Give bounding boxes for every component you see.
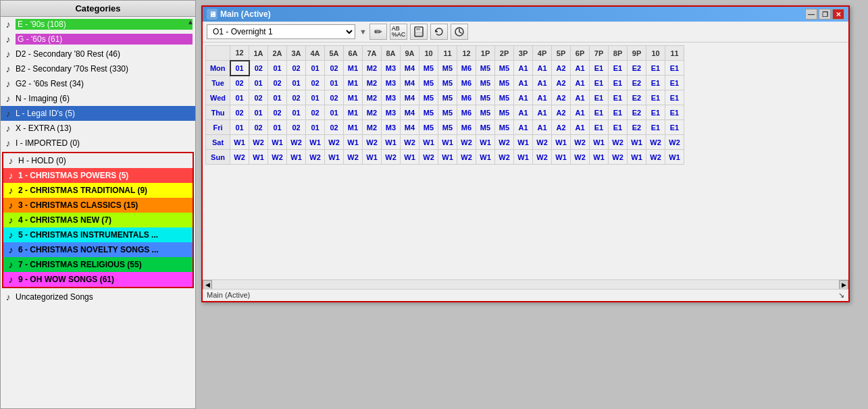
schedule-cell[interactable]: E1	[646, 90, 665, 105]
schedule-cell[interactable]: W2	[646, 150, 665, 165]
schedule-cell[interactable]: W2	[571, 150, 590, 165]
schedule-cell[interactable]: E2	[628, 76, 646, 90]
schedule-cell[interactable]: 01	[287, 76, 306, 90]
restore-button[interactable]: ❐	[819, 9, 831, 20]
schedule-cell[interactable]: E1	[590, 120, 609, 135]
clock-button[interactable]	[451, 24, 468, 40]
schedule-cell[interactable]: W2	[382, 150, 401, 165]
schedule-cell[interactable]: W1	[268, 135, 287, 150]
schedule-cell[interactable]: 02	[325, 120, 344, 135]
schedule-cell[interactable]: 01	[249, 76, 268, 90]
horizontal-scrollbar[interactable]: ◀ ▶	[203, 279, 848, 289]
schedule-cell[interactable]: M5	[495, 76, 514, 90]
schedule-cell[interactable]: M5	[438, 61, 457, 76]
schedule-cell[interactable]: M5	[495, 120, 514, 135]
schedule-cell[interactable]: M5	[476, 105, 495, 120]
schedule-cell[interactable]: E1	[609, 61, 628, 76]
schedule-cell[interactable]: A1	[571, 120, 590, 135]
schedule-cell[interactable]: E1	[590, 90, 609, 105]
close-button[interactable]: ✕	[832, 9, 844, 20]
cat-item-c6[interactable]: ♪ 6 - CHRISTMAS NOVELTY SONGS ...	[3, 242, 193, 257]
cat-item-e90s[interactable]: ♪ E - '90s (108) ▲	[1, 17, 195, 32]
schedule-cell[interactable]: M5	[419, 61, 438, 76]
cat-item-c7[interactable]: ♪ 7 - CHRISTMAS RELIGIOUS (55)	[3, 257, 193, 272]
schedule-cell[interactable]: W2	[287, 135, 306, 150]
schedule-cell[interactable]: E1	[590, 105, 609, 120]
schedule-cell[interactable]: M5	[438, 105, 457, 120]
cat-item-c1[interactable]: ♪ 1 - CHRISTMAS POWERS (5)	[3, 168, 193, 183]
schedule-cell[interactable]: M5	[419, 76, 438, 90]
schedule-cell[interactable]: 01	[230, 120, 249, 135]
schedule-cell[interactable]: E2	[628, 90, 646, 105]
schedule-cell[interactable]: A1	[571, 76, 590, 90]
schedule-cell[interactable]: M3	[382, 61, 401, 76]
schedule-cell[interactable]: 01	[325, 105, 344, 120]
schedule-cell[interactable]: W2	[419, 150, 438, 165]
cat-item-g2[interactable]: ♪ G2 - '60s Rest (34)	[1, 76, 195, 91]
schedule-cell[interactable]: W2	[249, 135, 268, 150]
schedule-cell[interactable]: M5	[476, 61, 495, 76]
schedule-cell[interactable]: 02	[249, 61, 268, 76]
schedule-cell[interactable]: W1	[514, 150, 533, 165]
schedule-cell[interactable]: W2	[230, 150, 249, 165]
scroll-right-arrow[interactable]: ▶	[839, 280, 848, 290]
cat-item-x[interactable]: ♪ X - EXTRA (13)	[1, 121, 195, 136]
schedule-cell[interactable]: M5	[476, 90, 495, 105]
schedule-cell[interactable]: M5	[495, 61, 514, 76]
schedule-cell[interactable]: W1	[363, 150, 382, 165]
cat-item-n[interactable]: ♪ N - Imaging (6)	[1, 91, 195, 106]
schedule-cell[interactable]: A1	[514, 76, 533, 90]
schedule-cell[interactable]: A1	[571, 90, 590, 105]
schedule-dropdown[interactable]: O1 - Overnight 1 O2 - Overnight 2 M1 - M…	[207, 24, 355, 39]
schedule-cell[interactable]: M5	[495, 105, 514, 120]
schedule-cell[interactable]: 01	[287, 105, 306, 120]
schedule-container[interactable]: 12 1A 2A 3A 4A 5A 6A 7A 8A 9A 10 11 12 1…	[203, 43, 848, 279]
schedule-cell[interactable]: M6	[457, 120, 476, 135]
minimize-button[interactable]: —	[805, 9, 817, 20]
schedule-cell[interactable]: M5	[495, 90, 514, 105]
schedule-cell[interactable]: W2	[609, 150, 628, 165]
schedule-cell[interactable]: W1	[344, 135, 363, 150]
schedule-cell[interactable]: E1	[609, 90, 628, 105]
schedule-cell[interactable]: W1	[476, 150, 495, 165]
schedule-cell[interactable]: A1	[533, 105, 552, 120]
schedule-cell[interactable]: 01	[325, 76, 344, 90]
schedule-cell[interactable]: W2	[609, 135, 628, 150]
schedule-cell[interactable]: M3	[382, 90, 401, 105]
schedule-cell[interactable]: A2	[552, 61, 571, 76]
schedule-cell[interactable]: 01	[249, 105, 268, 120]
schedule-cell[interactable]: W1	[287, 150, 306, 165]
schedule-cell[interactable]: W1	[401, 150, 419, 165]
schedule-cell[interactable]: E2	[628, 120, 646, 135]
schedule-cell[interactable]: W2	[533, 150, 552, 165]
schedule-cell[interactable]: W1	[665, 150, 684, 165]
schedule-cell[interactable]: 02	[230, 76, 249, 90]
schedule-cell[interactable]: W1	[438, 150, 457, 165]
schedule-cell[interactable]: E2	[628, 61, 646, 76]
schedule-cell[interactable]: M4	[401, 61, 419, 76]
schedule-cell[interactable]: M4	[401, 90, 419, 105]
schedule-cell[interactable]: M2	[363, 105, 382, 120]
cat-item-c9[interactable]: ♪ 9 - OH WOW SONGS (61)	[3, 272, 193, 287]
schedule-cell[interactable]: E1	[609, 76, 628, 90]
schedule-cell[interactable]: 02	[325, 90, 344, 105]
schedule-cell[interactable]: E1	[590, 61, 609, 76]
scroll-left-arrow[interactable]: ◀	[203, 280, 212, 290]
schedule-cell[interactable]: A1	[571, 105, 590, 120]
schedule-cell[interactable]: W1	[230, 135, 249, 150]
schedule-cell[interactable]: M2	[363, 90, 382, 105]
schedule-cell[interactable]: W1	[249, 150, 268, 165]
schedule-cell[interactable]: E1	[646, 120, 665, 135]
schedule-cell[interactable]: M2	[363, 61, 382, 76]
schedule-cell[interactable]: W2	[495, 135, 514, 150]
schedule-cell[interactable]: M3	[382, 76, 401, 90]
schedule-cell[interactable]: 01	[268, 90, 287, 105]
schedule-cell[interactable]: A2	[552, 90, 571, 105]
schedule-cell[interactable]: 02	[249, 120, 268, 135]
schedule-cell[interactable]: M2	[363, 76, 382, 90]
schedule-cell[interactable]: E1	[609, 120, 628, 135]
schedule-cell[interactable]: A2	[552, 105, 571, 120]
schedule-cell[interactable]: A2	[552, 76, 571, 90]
schedule-cell[interactable]: 01	[306, 61, 325, 76]
schedule-cell[interactable]: 02	[287, 120, 306, 135]
